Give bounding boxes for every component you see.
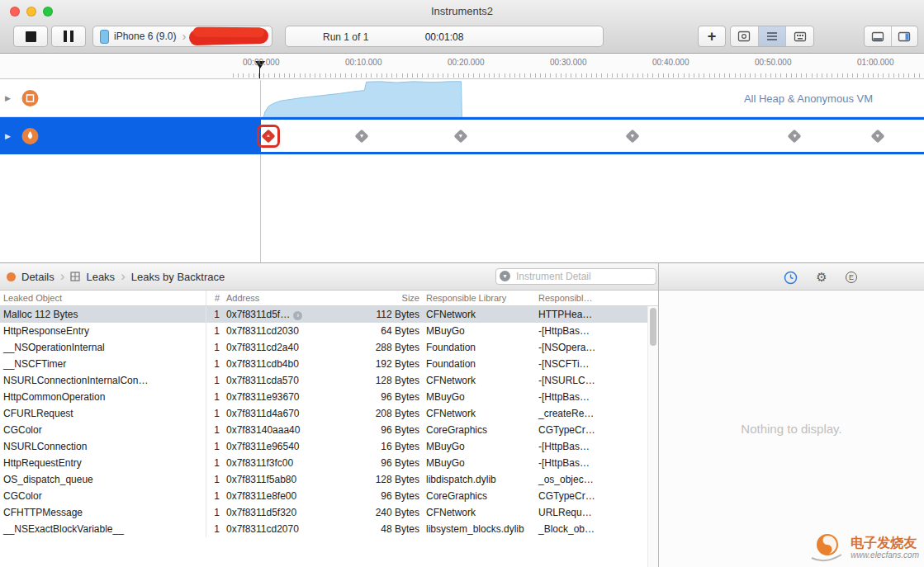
table-cell: 0x7f8311cdb4b0 [223,356,330,372]
pause-icon [64,31,73,42]
table-cell: 0x7f8311cd2030 [223,323,330,339]
marker-glyph-icon: ▾ [789,130,800,142]
window-title: Instruments2 [0,5,924,17]
leak-check-marker[interactable]: ▾ [356,130,367,142]
table-row[interactable]: Malloc 112 Bytes10x7f8311d5f…›112 BytesC… [0,306,658,323]
table-cell: 0x7f8311cda570 [223,372,330,389]
column-header[interactable]: Responsibl… [535,291,658,305]
console-view-button[interactable] [785,26,813,46]
table-cell: URLRequ… [535,504,658,521]
table-cell: CoreGraphics [423,422,535,438]
clock-icon-button[interactable] [781,269,799,286]
table-cell: 208 Bytes [330,405,423,422]
strategy-view-button[interactable] [731,26,758,46]
leak-check-marker[interactable]: ▾ [789,130,800,142]
disclosure-triangle-icon[interactable]: ▶ [5,94,11,102]
vertical-scrollbar[interactable] [647,306,658,567]
table-cell: 1 [206,339,223,356]
jump-arrow-icon[interactable]: › [293,311,302,320]
table-cell: 0x7f83140aaa40 [223,422,330,438]
table-row[interactable]: CGColor10x7f8311e8fe0096 BytesCoreGraphi… [0,488,658,504]
table-row[interactable]: NSURLConnection10x7f8311e9654016 BytesMB… [0,438,658,455]
ruler-tick-label: 00:50.000 [755,58,792,67]
column-header[interactable]: Address [223,291,330,305]
table-header-row: Leaked Object#AddressSizeResponsible Lib… [0,291,658,305]
pause-button[interactable] [51,26,86,47]
table-cell: MBuyGo [423,455,535,471]
table-row[interactable]: __NSCFTimer10x7f8311cdb4b0192 BytesFound… [0,356,658,372]
pane-toggle-segmented-control [864,26,918,47]
table-cell: _os_objec… [535,471,658,488]
view-mode-segmented-control [730,26,814,47]
track-row-leak-checks[interactable]: ▶ Leak Checks ×▾▾▾▾▾ [0,117,924,154]
table-row[interactable]: CFURLRequest10x7f8311d4a670208 BytesCFNe… [0,405,658,422]
table-row[interactable]: __NSExactBlockVariable__10x7f8311cd20704… [0,521,658,537]
target-device-selector[interactable]: iPhone 6 (9.0) › [92,26,272,47]
column-header[interactable]: Size [330,291,423,305]
ruler-tick-label: 00:00.000 [243,58,280,67]
breadcrumb-details[interactable]: Details [21,271,54,283]
table-row[interactable]: NSURLConnectionInternalCon…10x7f8311cda5… [0,372,658,389]
table-cell: 0x7f8311f3fc00 [223,455,330,471]
add-instrument-button[interactable]: + [698,26,726,47]
stop-button[interactable] [13,26,48,47]
breadcrumb-leaks[interactable]: Leaks [86,271,115,283]
leak-found-marker[interactable]: × [263,130,274,142]
console-view-icon [794,31,807,42]
table-row[interactable]: CFHTTPMessage10x7f8311d5f320240 BytesCFN… [0,504,658,521]
empty-message: Nothing to display. [741,422,841,436]
extended-detail-button[interactable]: E [842,269,860,286]
table-cell: -[NSURLC… [535,372,658,389]
table-cell: 1 [206,389,223,405]
table-cell: Foundation [423,356,535,372]
track-row-heap[interactable]: ▶ All Heap & Anonymous VM [0,80,924,117]
elecfans-logo-icon [810,531,846,564]
scrollbar-thumb[interactable] [650,308,656,346]
table-cell: 16 Bytes [330,438,423,455]
leak-check-marker[interactable]: ▾ [627,130,638,142]
table-row[interactable]: __NSOperationInternal10x7f8311cd2a40288 … [0,339,658,356]
table-cell: 96 Bytes [330,389,423,405]
breadcrumb-separator-icon: › [60,271,65,282]
table-cell: 1 [206,455,223,471]
ruler-ticks [233,73,924,78]
leak-check-marker[interactable]: ▾ [872,130,884,142]
table-body: Malloc 112 Bytes10x7f8311d5f…›112 BytesC… [0,306,658,537]
leak-markers-layer: ×▾▾▾▾▾ [261,120,924,152]
leak-check-marker[interactable]: ▾ [455,130,467,142]
table-cell: CFNetwork [423,504,535,521]
table-row[interactable]: HttpRequestEntry10x7f8311f3fc0096 BytesM… [0,455,658,471]
marker-glyph-icon: ▾ [627,130,638,142]
gear-icon[interactable]: ⚙ [813,269,831,286]
toggle-bottom-pane-button[interactable] [865,26,891,46]
search-input[interactable] [495,268,656,285]
search-menu-icon[interactable]: ▾ [500,271,510,281]
table-cell: 128 Bytes [330,471,423,488]
table-cell: 1 [206,356,223,372]
redaction-scribble [189,28,268,46]
ruler-tick-label: 00:40.000 [652,58,689,67]
table-cell: 96 Bytes [330,455,423,471]
disclosure-triangle-icon[interactable]: ▶ [5,132,11,140]
table-cell: 192 Bytes [330,356,423,372]
column-header[interactable]: # [206,291,223,305]
breadcrumb-leaks-by-backtrace[interactable]: Leaks by Backtrace [131,271,225,283]
table-cell: 0x7f8311f5ab80 [223,471,330,488]
table-cell: libsystem_blocks.dylib [423,521,535,537]
timeline-ruler[interactable]: 00:00.00000:10.00000:20.00000:30.00000:4… [0,54,924,79]
table-row[interactable]: CGColor10x7f83140aaa4096 BytesCoreGraphi… [0,422,658,438]
column-header[interactable]: Responsible Library [423,291,535,305]
toggle-right-pane-button[interactable] [891,26,918,46]
column-header[interactable]: Leaked Object [0,291,206,305]
table-row[interactable]: OS_dispatch_queue10x7f8311f5ab80128 Byte… [0,471,658,488]
table-cell: -[NSCFTi… [535,356,658,372]
table-row[interactable]: HttpResponseEntry10x7f8311cd203064 Bytes… [0,323,658,339]
table-row[interactable]: HttpCommonOperation10x7f8311e9367096 Byt… [0,389,658,405]
clock-icon [784,271,798,285]
ruler-tick-label: 00:20.000 [448,58,485,67]
list-view-button[interactable] [758,26,786,46]
window-chrome: Instruments2 iPhone 6 (9.0) › Run 1 of 1… [0,0,924,54]
instruments-window: Instruments2 iPhone 6 (9.0) › Run 1 of 1… [0,0,924,567]
table-cell: HttpResponseEntry [0,323,206,339]
device-label: iPhone 6 (9.0) [114,31,176,42]
